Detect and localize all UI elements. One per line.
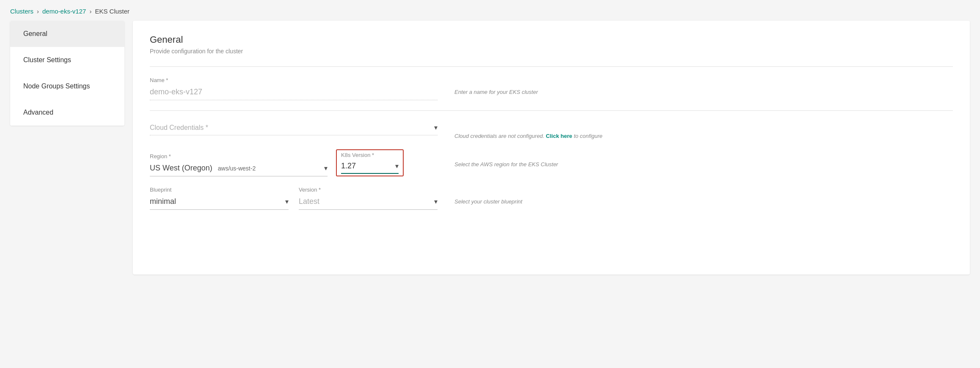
k8s-version-dropdown[interactable]: 1.27 ▾ [341, 159, 399, 174]
version-field: Version * Latest ▾ [299, 187, 438, 210]
sidebar-item-node-groups-settings[interactable]: Node Groups Settings [10, 73, 124, 99]
breadcrumb: Clusters › demo-eks-v127 › EKS Cluster [0, 0, 980, 21]
cloud-credentials-caret-icon: ▾ [434, 124, 438, 132]
blueprint-fields: Blueprint minimal ▾ Version * Latest ▾ [150, 187, 438, 210]
section-subtitle: Provide configuration for the cluster [150, 48, 953, 55]
k8s-version-caret-icon: ▾ [395, 162, 399, 170]
cloud-credentials-dropdown[interactable]: Cloud Credentials * ▾ [150, 121, 438, 135]
k8s-version-field: K8s Version * 1.27 ▾ [336, 149, 404, 176]
region-label: Region * [150, 153, 328, 159]
region-subvalue: aws/us-west-2 [218, 165, 256, 172]
k8s-version-value: 1.27 [341, 162, 392, 170]
blueprint-row: Blueprint minimal ▾ Version * Latest ▾ [150, 187, 953, 210]
blueprint-dropdown[interactable]: minimal ▾ [150, 195, 289, 210]
blueprint-caret-icon: ▾ [285, 198, 289, 206]
region-k8s-group: Region * US West (Oregon) aws/us-west-2 … [150, 149, 438, 176]
k8s-version-label: K8s Version * [341, 152, 399, 158]
cloud-credentials-row: Cloud Credentials * ▾ Cloud credentials … [150, 121, 953, 139]
name-field-row: Name * demo-eks-v127 Enter a name for yo… [150, 77, 953, 100]
blueprint-label: Blueprint [150, 187, 289, 193]
region-k8s-field-row: Region * US West (Oregon) aws/us-west-2 … [150, 149, 953, 176]
breadcrumb-eks-cluster: EKS Cluster [95, 8, 129, 15]
blueprint-value: minimal [150, 197, 282, 206]
divider-1 [150, 66, 953, 67]
name-hint: Enter a name for your EKS cluster [454, 77, 538, 95]
region-k8s-dropdown-row: Region * US West (Oregon) aws/us-west-2 … [150, 149, 438, 176]
cloud-credentials-group: Cloud Credentials * ▾ [150, 121, 438, 135]
sidebar: General Cluster Settings Node Groups Set… [10, 21, 124, 126]
divider-2 [150, 110, 953, 111]
blueprint-field: Blueprint minimal ▾ [150, 187, 289, 210]
region-hint: Select the AWS region for the EKS Cluste… [454, 149, 558, 168]
content-area: General Provide configuration for the cl… [133, 21, 970, 275]
cloud-credentials-label: Cloud Credentials * [150, 124, 434, 132]
cloud-credentials-hint-suffix: to configure [574, 133, 603, 139]
version-value: Latest [299, 197, 431, 206]
version-label: Version * [299, 187, 438, 193]
region-caret-icon: ▾ [324, 164, 328, 172]
section-title: General [150, 34, 953, 45]
blueprint-hint: Select your cluster blueprint [454, 187, 522, 205]
breadcrumb-clusters[interactable]: Clusters [10, 8, 33, 15]
sidebar-item-advanced[interactable]: Advanced [10, 99, 124, 126]
breadcrumb-sep-2: › [89, 8, 91, 15]
version-caret-icon: ▾ [434, 198, 438, 206]
sidebar-item-cluster-settings[interactable]: Cluster Settings [10, 47, 124, 73]
cloud-credentials-click-here[interactable]: Click here [546, 133, 572, 139]
page-container: Clusters › demo-eks-v127 › EKS Cluster G… [0, 0, 980, 368]
region-dropdown[interactable]: US West (Oregon) aws/us-west-2 ▾ [150, 161, 328, 176]
cloud-credentials-hint-prefix: Cloud credentials are not configured. [454, 133, 544, 139]
name-field-group: Name * demo-eks-v127 [150, 77, 438, 100]
region-field: Region * US West (Oregon) aws/us-west-2 … [150, 153, 328, 176]
name-value: demo-eks-v127 [150, 85, 438, 100]
breadcrumb-demo-eks[interactable]: demo-eks-v127 [42, 8, 86, 15]
main-layout: General Cluster Settings Node Groups Set… [0, 21, 980, 285]
cloud-credentials-hint: Cloud credentials are not configured. Cl… [454, 121, 603, 139]
region-value: US West (Oregon) aws/us-west-2 [150, 164, 321, 173]
version-dropdown[interactable]: Latest ▾ [299, 195, 438, 210]
sidebar-item-general[interactable]: General [10, 21, 124, 47]
breadcrumb-sep-1: › [37, 8, 39, 15]
name-label: Name * [150, 77, 438, 83]
